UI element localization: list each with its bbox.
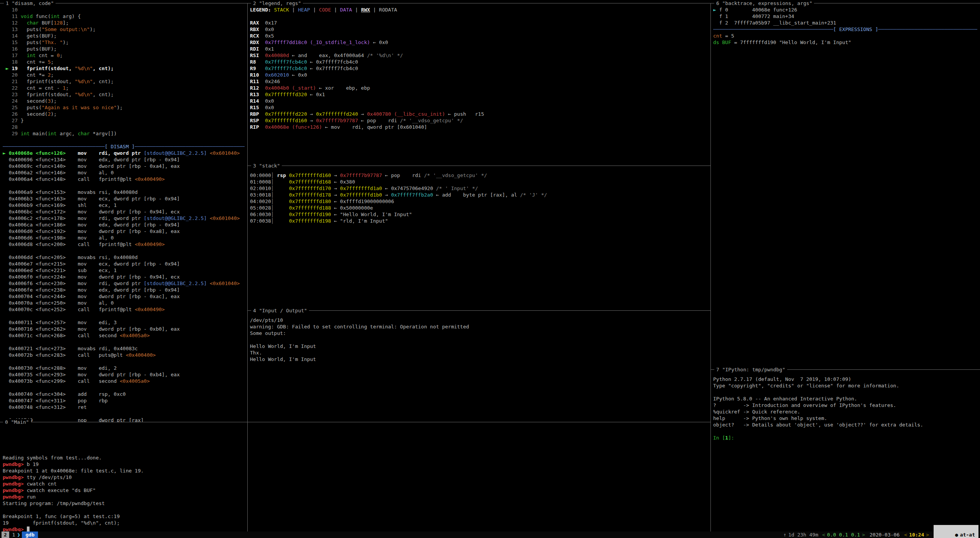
terminal-line: pwndbg> run [3, 494, 708, 500]
text-segment: 20 [3, 72, 21, 78]
text-segment: 0x4004b0 (_start) [265, 85, 316, 91]
text-segment: f 0 40068e func+126 [719, 7, 797, 13]
text-segment: <0x4005a0> [120, 333, 150, 338]
pane-border-horizontal[interactable] [0, 3, 980, 3]
text-segment: ← 0x0 [370, 39, 388, 45]
text-segment: 0x40070a <func+250> mov al, 0 [3, 300, 114, 306]
terminal-line: 00:0000│ rsp 0x7fffffffd160 → 0x7ffff7b9… [250, 172, 708, 179]
text-segment: ← 0x1 [307, 92, 325, 97]
pane-border-horizontal[interactable] [0, 422, 710, 422]
terminal-line: 06:0030│ 0x7fffffffd190 ← "Hello World, … [250, 211, 708, 218]
text-segment: pwndbg> [3, 461, 27, 467]
terminal-line: RIP 0x40068e (func+126) ← mov rdi, qword… [250, 124, 708, 130]
pane-border-horizontal[interactable] [247, 310, 710, 311]
terminal-line: R11 0x246 [250, 78, 708, 85]
text-segment: 0x7fffffffd220 [265, 111, 307, 117]
terminal-line: %quickref -> Quick reference. [713, 408, 977, 415]
pane-border-vertical[interactable] [710, 3, 711, 531]
terminal-line: Breakpoint 1, func (arg=5) at test.c:19 [3, 513, 708, 520]
terminal-line: Python 2.7.17 (default, Nov 7 2019, 10:0… [713, 376, 977, 382]
text-segment: 0x4006a9 <func+153> movabs rsi, 0x40080d [3, 189, 138, 195]
pane-title-backtrace: 6 "backtrace, expressions, args" [714, 0, 814, 7]
text-segment: tty /dev/pts/10 [27, 474, 72, 480]
terminal-line: R8 0x7ffff7fcb4c0 ← 0x7ffff7fcb4c0 [250, 59, 708, 65]
text-segment: <0x601040> [210, 150, 240, 156]
text-segment: ← 0x50000000e [331, 205, 373, 211]
terminal-line: 0x4006b9 <func+169> shl ecx, 1 [3, 202, 245, 208]
text-segment: ► [713, 7, 719, 13]
text-segment: ────────────────────────────────── [878, 26, 977, 32]
terminal-line: 0x40070a <func+250> mov al, 0 [3, 300, 245, 306]
text-segment: 0x400730 <func+288> mov edi, 2 [3, 365, 117, 371]
pane-border-horizontal[interactable] [247, 166, 710, 166]
text-segment: 0x7fffffffd160 [265, 118, 307, 123]
text-segment: RCX [250, 33, 259, 39]
text-segment: R10 [250, 72, 259, 78]
text-segment: ← 0x0 [289, 72, 307, 78]
tmux-session-badge[interactable]: 2 [2, 531, 9, 538]
terminal-line: pwndbg> b 19 [3, 461, 708, 467]
text-segment: R13 [250, 92, 259, 97]
text-segment: ; [51, 59, 54, 65]
text-segment: } [21, 118, 24, 123]
terminal-line: RSP 0x7fffffffd160 → 0x7ffff7b97787 ← po… [250, 117, 708, 124]
text-segment: 10 [3, 7, 21, 13]
pane-input-output[interactable]: /dev/pts/10warning: GDB: Failed to set c… [248, 317, 710, 422]
text-segment: int [27, 52, 36, 58]
terminal-line: 02:0010│ 0x7fffffffd170 → 0x7fffffffd1a0… [250, 185, 708, 192]
text-segment: cwatch cnt [27, 481, 57, 487]
text-segment: ──────────────────────────────────────── [713, 26, 833, 32]
text-segment: 0x4006f6 <func+230> mov rdi, qword ptr [3, 280, 144, 286]
terminal-line: 0x400716 <func+262> mov dword ptr [rbp -… [3, 326, 245, 332]
pane-disasm-code[interactable]: 10 11 void func(int arg) { 12 char BUF[1… [0, 7, 247, 422]
text-segment: 0x7fffffffd160 [289, 172, 331, 178]
text-segment: 23 [3, 92, 21, 97]
tmux-active-window-tab[interactable]: gdb [22, 531, 38, 538]
text-segment: R15 [250, 105, 259, 110]
text-segment: /* ' Input' */ [436, 185, 478, 191]
text-segment: RBP [250, 111, 259, 117]
pane-border-vertical[interactable] [247, 3, 248, 531]
text-segment: 26 [3, 111, 21, 117]
text-segment: <0x400490> [135, 176, 164, 182]
text-segment: ← push r15 [445, 111, 484, 117]
text-segment: cnt *= [21, 72, 48, 78]
text-segment: argc, [57, 131, 78, 136]
terminal-line: 03:0018│ 0x7fffffffd178 → 0x7fffffffd1b0… [250, 192, 708, 198]
time-close-bracket: > [926, 531, 929, 538]
pane-backtrace-expressions[interactable]: ► f 0 40068e func+126 f 1 400772 main+34… [711, 7, 980, 369]
pane-ipython[interactable]: Python 2.7.17 (default, Nov 7 2019, 10:0… [711, 376, 980, 531]
terminal-line: Thx. [250, 349, 708, 356]
pane-gdb-main[interactable]: Reading symbols from test...done.pwndbg>… [0, 428, 710, 533]
text-segment: 02:0010 [250, 185, 271, 191]
text-segment: Hello World, I'm Input [250, 356, 316, 362]
terminal-line [713, 428, 977, 435]
text-segment: void [21, 13, 33, 19]
text-segment: 24 [3, 98, 21, 104]
text-segment [259, 118, 265, 123]
text-segment: RDI [250, 46, 259, 52]
text-segment: 25 [3, 105, 21, 110]
text-segment: 0x7ffff7b97787 [316, 118, 358, 123]
text-segment: 0x7ffff7fcb4c0 [265, 66, 307, 71]
text-segment: cnt [713, 33, 722, 39]
tmux-window-index[interactable]: 1 [12, 531, 15, 538]
terminal-line: 10 [3, 7, 245, 13]
terminal-line: Type "copyright", "credits" or "license"… [713, 382, 977, 389]
terminal-line [3, 358, 245, 365]
terminal-line: 11 void func(int arg) { [3, 13, 245, 20]
text-segment: 0x7fffffffd170 [289, 185, 331, 191]
text-segment: [stdout@@GLIBC_2.2.5] [144, 215, 207, 221]
text-segment: ); [117, 105, 123, 110]
pane-registers[interactable]: LEGEND: STACK | HEAP | CODE | DATA | RWX… [248, 7, 710, 166]
pane-title-stack: 3 "stack" [251, 162, 282, 169]
pane-stack[interactable]: 00:0000│ rsp 0x7fffffffd160 → 0x7ffff7b9… [248, 172, 710, 310]
text-segment: ← mov rdi, qword ptr [0x601040] [322, 124, 427, 130]
text-segment: RSI [250, 52, 259, 58]
terminal-line: 0x4006a2 <func+146> mov al, 0 [3, 169, 245, 176]
text-segment: 0x4006b3 <func+163> mov ecx, dword ptr [… [3, 196, 180, 202]
text-segment: 0x40072b <func+283> call puts@plt [3, 352, 126, 358]
text-segment: | [370, 7, 379, 13]
text-segment: [stdout@@GLIBC_2.2.5] [144, 280, 207, 286]
text-segment [259, 92, 265, 97]
